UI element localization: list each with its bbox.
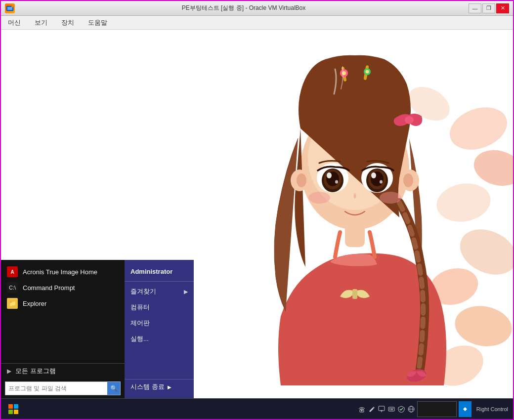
menu-device[interactable]: 장치 [58,17,77,28]
acronis-label: Acronis True Image Home [23,268,97,276]
svg-rect-44 [14,404,18,409]
all-programs-label: 모든 프로그램 [15,367,56,376]
svg-rect-52 [388,407,394,411]
computer-item[interactable]: 컴퓨터 [125,299,194,315]
menu-help[interactable]: 도움말 [85,17,110,28]
restore-button[interactable]: ❐ [482,3,495,13]
menu-machine[interactable]: 머신 [5,17,24,28]
app-item-acronis[interactable]: A Acronis True Image Home [1,264,125,280]
svg-rect-13 [352,289,357,299]
svg-point-24 [405,116,414,124]
system-tray: Right Control [358,401,511,417]
svg-point-42 [403,173,413,187]
pen-icon[interactable] [368,405,376,413]
start-menu-right-panel: Administrator 즐겨찾기 ▶ 컴퓨터 제어판 실행... 시스템 종… [125,260,194,398]
network-icon[interactable] [358,405,366,413]
close-button[interactable]: ✕ [496,3,509,13]
svg-point-3 [12,6,13,7]
menu-bar: 머신 보기 장치 도움말 [1,16,513,30]
svg-rect-56 [389,409,390,410]
control-panel-label: 제어판 [130,319,150,328]
control-panel-item[interactable]: 제어판 [125,315,194,331]
arrow-right-icon: ▶ [7,368,11,375]
keyboard-icon[interactable] [387,405,395,413]
window-controls: — ❐ ✕ [469,3,509,13]
svg-rect-54 [391,408,392,409]
svg-rect-46 [14,410,18,414]
security-icon[interactable] [397,405,405,413]
taskbar-show-desktop[interactable] [459,401,471,417]
svg-point-29 [327,172,332,178]
svg-point-5 [470,145,513,191]
svg-point-30 [335,180,338,184]
cmd-icon: C:\ [7,282,18,293]
taskbar: Right Control [1,398,513,419]
search-input[interactable] [5,385,107,392]
svg-marker-61 [463,407,467,411]
app-item-cmd[interactable]: C:\ Command Prompt [1,280,125,295]
vm-screen[interactable]: A Acronis True Image Home C:\ Command Pr… [1,30,513,419]
search-bar: 🔍 [5,381,121,395]
svg-rect-55 [392,408,393,409]
svg-point-37 [308,192,330,204]
globe-icon[interactable] [407,405,415,413]
wallpaper-image [192,30,513,419]
virtualbox-window: PE부팅테스트 [실행 중] - Oracle VM VirtualBox — … [0,0,514,420]
user-name: Administrator [125,264,194,282]
taskbar-preview-box [417,401,457,417]
right-control-label[interactable]: Right Control [473,406,511,412]
svg-point-36 [380,180,383,184]
all-programs-button[interactable]: ▶ 모든 프로그램 [1,363,125,378]
explorer-label: Explorer [23,300,46,307]
svg-point-40 [297,173,306,187]
acronis-icon: A [7,266,18,277]
search-button[interactable]: 🔍 [107,382,120,395]
start-button[interactable] [3,400,24,418]
svg-rect-49 [379,406,385,411]
explorer-icon: 📁 [7,298,18,309]
shutdown-arrow-icon: ▶ [168,384,171,390]
svg-rect-53 [389,408,390,409]
menu-view[interactable]: 보기 [32,17,50,28]
svg-rect-45 [8,410,13,414]
start-menu-left-panel: A Acronis True Image Home C:\ Command Pr… [1,260,125,398]
app-item-explorer[interactable]: 📁 Explorer [1,295,125,311]
svg-point-4 [444,100,513,157]
svg-point-9 [452,302,513,351]
svg-rect-1 [7,7,12,10]
run-label: 실행... [130,335,149,343]
svg-point-38 [380,192,401,204]
svg-rect-57 [391,409,393,410]
minimize-button[interactable]: — [469,3,481,13]
svg-point-35 [371,172,376,178]
start-menu: A Acronis True Image Home C:\ Command Pr… [1,260,194,398]
svg-point-23 [366,70,369,74]
favorites-arrow: ▶ [184,289,188,295]
window-title: PE부팅테스트 [실행 중] - Oracle VM VirtualBox [19,4,469,12]
cmd-label: Command Prompt [23,284,75,292]
computer-label: 컴퓨터 [130,303,150,312]
favorites-item[interactable]: 즐겨찾기 ▶ [125,284,194,299]
svg-rect-43 [8,404,13,409]
shutdown-label: 시스템 종료 [130,382,165,391]
title-bar: PE부팅테스트 [실행 중] - Oracle VM VirtualBox — … [1,1,513,16]
svg-point-48 [361,410,362,411]
shutdown-button[interactable]: 시스템 종료 ▶ [125,379,194,394]
vbox-icon [5,3,15,13]
monitor-icon[interactable] [378,405,386,413]
start-apps-list: A Acronis True Image Home C:\ Command Pr… [1,260,125,363]
run-item[interactable]: 실행... [125,331,194,347]
favorites-label: 즐겨찾기 [130,287,156,296]
svg-point-6 [433,179,494,226]
